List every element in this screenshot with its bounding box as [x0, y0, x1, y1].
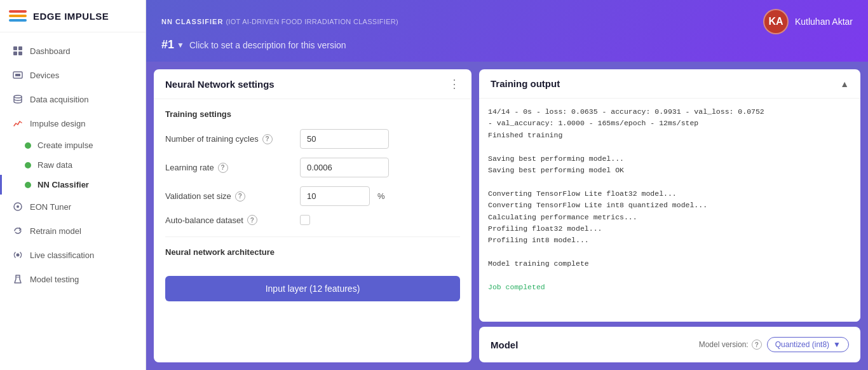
sidebar-item-create-impulse-label: Create impulse [37, 140, 93, 150]
sidebar-item-dashboard-label: Dashboard [30, 46, 71, 56]
nn-card-title: Neural Network settings [165, 79, 275, 90]
database-icon [12, 93, 24, 105]
model-version-row: Model version: ? Quantized (int8) ▼ [699, 337, 849, 352]
model-title: Model [491, 339, 518, 350]
training-log: 14/14 - 0s - loss: 0.0635 - accuracy: 0.… [479, 99, 860, 322]
output-inner: Training output ▲ 14/14 - 0s - loss: 0.0… [479, 69, 860, 322]
user-name: Kutluhan Aktar [795, 17, 853, 27]
svg-point-8 [17, 205, 19, 208]
sidebar-item-retrain-label: Retrain model [30, 226, 81, 236]
sidebar-item-retrain[interactable]: Retrain model [0, 219, 146, 243]
sidebar-item-raw-data-label: Raw data [37, 160, 72, 170]
training-settings-title: Training settings [165, 109, 460, 119]
sidebar-nav: Dashboard Devices Data acquisition [0, 32, 146, 370]
sidebar-item-nn-classifier-label: NN Classifier [37, 180, 89, 189]
auto-balance-row: Auto-balance dataset ? [165, 215, 460, 225]
training-cycles-label: Number of training cycles ? [165, 134, 292, 144]
svg-rect-5 [15, 74, 20, 76]
job-completed-text: Job completed [488, 283, 545, 291]
sidebar-item-impulse-design[interactable]: Impulse design [0, 111, 146, 135]
live-icon [12, 249, 24, 261]
version-badge[interactable]: #1 ▼ [161, 38, 184, 51]
model-version-help[interactable]: ? [752, 339, 762, 350]
right-column: Training output ▲ 14/14 - 0s - loss: 0.0… [479, 69, 860, 362]
svg-point-6 [14, 95, 22, 98]
header-title-row: NN CLASSIFIER (IOT AI-DRIVEN FOOD IRRADI… [161, 18, 398, 25]
model-version-select[interactable]: Quantized (int8) ▼ [767, 337, 849, 352]
model-card: Model Model version: ? Quantized (int8) … [479, 327, 860, 362]
sidebar-item-data-label: Data acquisition [30, 95, 89, 104]
test-icon [12, 273, 24, 285]
training-output-card: Training output ▲ 14/14 - 0s - loss: 0.0… [479, 69, 860, 322]
model-version-label: Model version: ? [699, 339, 762, 350]
logo-text: EDGE IMPULSE [33, 11, 109, 22]
auto-balance-label: Auto-balance dataset ? [165, 215, 292, 225]
logo-area: EDGE IMPULSE [0, 0, 146, 32]
input-layer-button[interactable]: Input layer (12 features) [165, 276, 460, 301]
svg-rect-3 [18, 51, 22, 55]
validation-set-label: Validation set size ? [165, 191, 292, 202]
sidebar-item-model-testing-label: Model testing [30, 275, 79, 284]
logo-line-red [9, 10, 27, 13]
svg-rect-2 [13, 51, 17, 55]
header: NN CLASSIFIER (IOT AI-DRIVEN FOOD IRRADI… [146, 0, 868, 62]
chart-icon [12, 118, 24, 129]
model-version-chevron: ▼ [833, 340, 841, 349]
learning-rate-label: Learning rate ? [165, 163, 292, 173]
sidebar: EDGE IMPULSE Dashboard Devi [0, 0, 146, 370]
devices-icon [12, 69, 24, 81]
nn-card-menu[interactable]: ⋮ [449, 78, 460, 90]
eon-icon [12, 201, 24, 212]
output-header: Training output ▲ [479, 69, 860, 99]
nn-card-body: Training settings Number of training cyc… [154, 99, 471, 362]
percent-sign: % [377, 191, 385, 201]
sidebar-item-nn-classifier[interactable]: NN Classifier [0, 175, 146, 195]
version-chevron[interactable]: ▼ [177, 41, 184, 50]
sidebar-item-model-testing[interactable]: Model testing [0, 267, 146, 291]
training-cycles-row: Number of training cycles ? [165, 129, 460, 149]
sidebar-item-data-acquisition[interactable]: Data acquisition [0, 87, 146, 111]
sidebar-item-create-impulse[interactable]: Create impulse [0, 135, 146, 155]
arch-section: Neural network architecture Input layer … [165, 236, 460, 301]
sidebar-item-dashboard[interactable]: Dashboard [0, 39, 146, 63]
sidebar-item-eon-label: EON Tuner [30, 202, 71, 212]
learning-rate-input[interactable] [300, 158, 389, 177]
validation-set-help[interactable]: ? [235, 191, 245, 202]
nn-card-header: Neural Network settings ⋮ [154, 69, 471, 99]
dot-create-impulse [25, 142, 31, 149]
dot-raw-data [25, 162, 31, 168]
collapse-button[interactable]: ▲ [840, 79, 849, 89]
training-cycles-help[interactable]: ? [262, 134, 273, 144]
user-avatar-area: KA Kutluhan Aktar [763, 9, 853, 34]
logo-line-orange [9, 15, 27, 17]
svg-rect-1 [18, 46, 22, 50]
nn-settings-card: Neural Network settings ⋮ Training setti… [154, 69, 471, 362]
svg-point-9 [17, 254, 20, 257]
training-cycles-input[interactable] [300, 129, 389, 149]
main-area: NN CLASSIFIER (IOT AI-DRIVEN FOOD IRRADI… [146, 0, 868, 370]
sidebar-item-eon-tuner[interactable]: EON Tuner [0, 195, 146, 219]
logo-icon [9, 10, 27, 22]
dashboard-icon [12, 45, 24, 57]
sidebar-item-raw-data[interactable]: Raw data [0, 155, 146, 175]
avatar[interactable]: KA [763, 9, 789, 34]
auto-balance-help[interactable]: ? [247, 215, 257, 225]
sidebar-item-devices[interactable]: Devices [0, 63, 146, 87]
header-project: (IOT AI-DRIVEN FOOD IRRADIATION CLASSIFI… [226, 18, 398, 25]
validation-set-input[interactable] [300, 186, 370, 206]
svg-rect-0 [13, 46, 17, 50]
learning-rate-help[interactable]: ? [218, 163, 228, 173]
sidebar-item-live-classification[interactable]: Live classification [0, 243, 146, 267]
learning-rate-row: Learning rate ? [165, 158, 460, 177]
sidebar-item-impulse-label: Impulse design [30, 119, 85, 128]
sidebar-item-live-label: Live classification [30, 250, 94, 260]
retrain-icon [12, 225, 24, 236]
header-description[interactable]: Click to set a description for this vers… [189, 40, 346, 50]
logo-line-blue [9, 19, 27, 22]
header-classifier: NN CLASSIFIER (IOT AI-DRIVEN FOOD IRRADI… [161, 18, 398, 25]
output-title: Training output [491, 78, 560, 89]
header-subtitle: #1 ▼ Click to set a description for this… [161, 38, 853, 51]
content-area: Neural Network settings ⋮ Training setti… [146, 62, 868, 370]
header-top: NN CLASSIFIER (IOT AI-DRIVEN FOOD IRRADI… [161, 9, 853, 34]
auto-balance-checkbox[interactable] [300, 215, 310, 225]
